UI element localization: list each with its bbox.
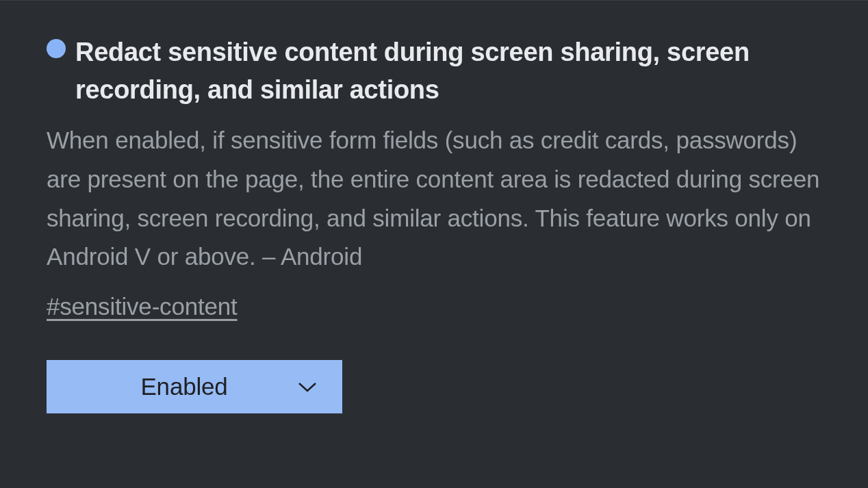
- chevron-down-icon: [297, 376, 318, 397]
- flag-description: When enabled, if sensitive form fields (…: [47, 121, 821, 277]
- flag-entry: Redact sensitive content during screen s…: [0, 0, 868, 427]
- dropdown-selected-label: Enabled: [47, 373, 297, 400]
- flag-hash-link[interactable]: #sensitive-content: [47, 293, 238, 320]
- flag-title-row: Redact sensitive content during screen s…: [47, 34, 821, 109]
- flag-state-dropdown[interactable]: Enabled: [47, 360, 342, 413]
- flag-title: Redact sensitive content during screen s…: [75, 34, 821, 109]
- status-indicator-dot: [47, 39, 66, 58]
